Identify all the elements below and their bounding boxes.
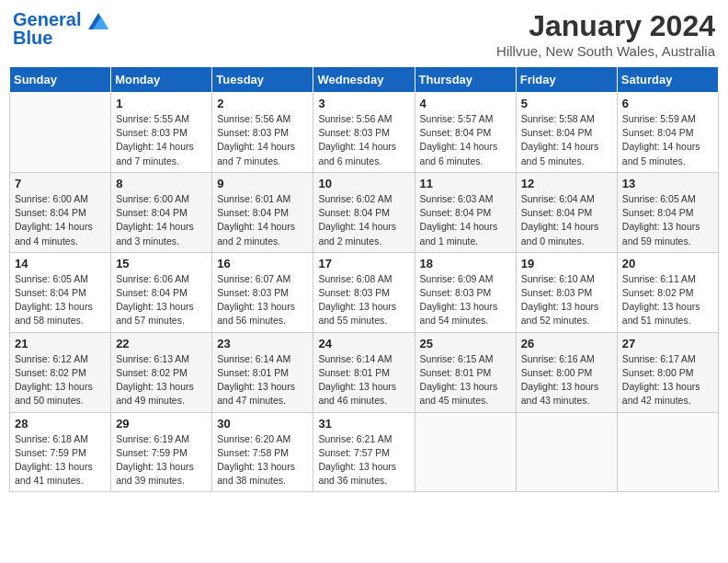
day-number: 2 [217, 97, 308, 110]
calendar-cell: 4Sunrise: 5:57 AMSunset: 8:04 PMDaylight… [415, 93, 516, 173]
calendar-week-row: 1Sunrise: 5:55 AMSunset: 8:03 PMDaylight… [10, 93, 719, 173]
calendar-cell: 1Sunrise: 5:55 AMSunset: 8:03 PMDaylight… [111, 93, 212, 173]
calendar-cell: 26Sunrise: 6:16 AMSunset: 8:00 PMDayligh… [516, 332, 617, 412]
calendar-cell: 15Sunrise: 6:06 AMSunset: 8:04 PMDayligh… [111, 252, 212, 332]
day-detail: Sunrise: 6:03 AMSunset: 8:04 PMDaylight:… [420, 192, 511, 248]
calendar-cell: 19Sunrise: 6:10 AMSunset: 8:03 PMDayligh… [516, 252, 617, 332]
calendar-cell: 6Sunrise: 5:59 AMSunset: 8:04 PMDaylight… [617, 93, 718, 173]
calendar-cell: 22Sunrise: 6:13 AMSunset: 8:02 PMDayligh… [111, 332, 212, 412]
calendar-cell: 18Sunrise: 6:09 AMSunset: 8:03 PMDayligh… [415, 252, 516, 332]
day-number: 12 [521, 177, 612, 190]
day-detail: Sunrise: 6:20 AMSunset: 7:58 PMDaylight:… [217, 432, 308, 488]
calendar-cell: 13Sunrise: 6:05 AMSunset: 8:04 PMDayligh… [617, 172, 718, 252]
day-detail: Sunrise: 6:17 AMSunset: 8:00 PMDaylight:… [622, 352, 713, 408]
month-title: January 2024 [496, 9, 715, 43]
day-of-week-header: Saturday [617, 67, 718, 93]
day-of-week-header: Sunday [10, 67, 111, 93]
logo-text: General [13, 9, 108, 29]
day-detail: Sunrise: 6:01 AMSunset: 8:04 PMDaylight:… [217, 192, 308, 248]
day-detail: Sunrise: 5:58 AMSunset: 8:04 PMDaylight:… [521, 112, 612, 168]
day-number: 1 [116, 97, 207, 110]
day-number: 16 [217, 257, 308, 270]
day-of-week-header: Tuesday [212, 67, 313, 93]
logo: General Blue [13, 9, 108, 48]
day-of-week-header: Thursday [415, 67, 516, 93]
calendar-cell: 21Sunrise: 6:12 AMSunset: 8:02 PMDayligh… [10, 332, 111, 412]
day-of-week-header: Monday [111, 67, 212, 93]
calendar-cell: 11Sunrise: 6:03 AMSunset: 8:04 PMDayligh… [415, 172, 516, 252]
day-detail: Sunrise: 5:56 AMSunset: 8:03 PMDaylight:… [318, 112, 409, 168]
calendar-cell: 28Sunrise: 6:18 AMSunset: 7:59 PMDayligh… [10, 412, 111, 492]
day-number: 7 [15, 177, 106, 190]
day-number: 8 [116, 177, 207, 190]
location-title: Hillvue, New South Wales, Australia [496, 43, 715, 59]
day-detail: Sunrise: 6:12 AMSunset: 8:02 PMDaylight:… [15, 352, 106, 408]
day-number: 25 [420, 337, 511, 350]
calendar-cell: 23Sunrise: 6:14 AMSunset: 8:01 PMDayligh… [212, 332, 313, 412]
day-detail: Sunrise: 6:02 AMSunset: 8:04 PMDaylight:… [318, 192, 409, 248]
day-number: 29 [116, 417, 207, 431]
day-number: 19 [521, 257, 612, 270]
calendar-cell: 25Sunrise: 6:15 AMSunset: 8:01 PMDayligh… [415, 332, 516, 412]
day-number: 18 [420, 257, 511, 270]
day-detail: Sunrise: 6:14 AMSunset: 8:01 PMDaylight:… [217, 352, 308, 408]
day-detail: Sunrise: 5:57 AMSunset: 8:04 PMDaylight:… [420, 112, 511, 168]
day-detail: Sunrise: 6:00 AMSunset: 8:04 PMDaylight:… [116, 192, 207, 248]
day-number: 23 [217, 337, 308, 350]
day-detail: Sunrise: 6:15 AMSunset: 8:01 PMDaylight:… [420, 352, 511, 408]
calendar-cell: 9Sunrise: 6:01 AMSunset: 8:04 PMDaylight… [212, 172, 313, 252]
calendar-cell: 20Sunrise: 6:11 AMSunset: 8:02 PMDayligh… [617, 252, 718, 332]
calendar-cell: 31Sunrise: 6:21 AMSunset: 7:57 PMDayligh… [313, 412, 415, 492]
day-of-week-header: Wednesday [313, 67, 415, 93]
day-number: 30 [217, 417, 308, 431]
day-detail: Sunrise: 6:10 AMSunset: 8:03 PMDaylight:… [521, 272, 612, 328]
day-detail: Sunrise: 6:11 AMSunset: 8:02 PMDaylight:… [622, 272, 713, 328]
day-detail: Sunrise: 6:05 AMSunset: 8:04 PMDaylight:… [15, 272, 106, 328]
day-detail: Sunrise: 5:56 AMSunset: 8:03 PMDaylight:… [217, 112, 308, 168]
day-detail: Sunrise: 6:18 AMSunset: 7:59 PMDaylight:… [15, 432, 106, 488]
logo-blue: Blue [13, 28, 108, 48]
calendar-header-row: SundayMondayTuesdayWednesdayThursdayFrid… [10, 67, 719, 93]
logo-icon [88, 13, 108, 29]
day-number: 15 [116, 257, 207, 270]
calendar-week-row: 21Sunrise: 6:12 AMSunset: 8:02 PMDayligh… [10, 332, 719, 412]
calendar-week-row: 7Sunrise: 6:00 AMSunset: 8:04 PMDaylight… [10, 172, 719, 252]
calendar-cell: 7Sunrise: 6:00 AMSunset: 8:04 PMDaylight… [10, 172, 111, 252]
calendar-week-row: 28Sunrise: 6:18 AMSunset: 7:59 PMDayligh… [10, 412, 719, 492]
calendar-cell: 5Sunrise: 5:58 AMSunset: 8:04 PMDaylight… [516, 93, 617, 173]
calendar-cell [617, 412, 718, 492]
calendar-cell: 2Sunrise: 5:56 AMSunset: 8:03 PMDaylight… [212, 93, 313, 173]
day-detail: Sunrise: 5:55 AMSunset: 8:03 PMDaylight:… [116, 112, 207, 168]
day-number: 4 [420, 97, 511, 110]
calendar-cell: 17Sunrise: 6:08 AMSunset: 8:03 PMDayligh… [313, 252, 415, 332]
calendar-week-row: 14Sunrise: 6:05 AMSunset: 8:04 PMDayligh… [10, 252, 719, 332]
calendar-cell [516, 412, 617, 492]
calendar-cell [415, 412, 516, 492]
day-detail: Sunrise: 6:21 AMSunset: 7:57 PMDaylight:… [318, 432, 409, 488]
day-detail: Sunrise: 6:16 AMSunset: 8:00 PMDaylight:… [521, 352, 612, 408]
day-number: 14 [15, 257, 106, 270]
day-detail: Sunrise: 6:05 AMSunset: 8:04 PMDaylight:… [622, 192, 713, 248]
calendar-cell: 8Sunrise: 6:00 AMSunset: 8:04 PMDaylight… [111, 172, 212, 252]
calendar-cell: 30Sunrise: 6:20 AMSunset: 7:58 PMDayligh… [212, 412, 313, 492]
day-detail: Sunrise: 6:04 AMSunset: 8:04 PMDaylight:… [521, 192, 612, 248]
calendar-cell: 29Sunrise: 6:19 AMSunset: 7:59 PMDayligh… [111, 412, 212, 492]
day-number: 21 [15, 337, 106, 350]
calendar-table: SundayMondayTuesdayWednesdayThursdayFrid… [9, 66, 719, 492]
day-detail: Sunrise: 5:59 AMSunset: 8:04 PMDaylight:… [622, 112, 713, 168]
calendar-cell: 14Sunrise: 6:05 AMSunset: 8:04 PMDayligh… [10, 252, 111, 332]
calendar-cell: 24Sunrise: 6:14 AMSunset: 8:01 PMDayligh… [313, 332, 415, 412]
logo-general: General [13, 9, 81, 29]
day-detail: Sunrise: 6:19 AMSunset: 7:59 PMDaylight:… [116, 432, 207, 488]
day-number: 22 [116, 337, 207, 350]
day-number: 28 [15, 417, 106, 431]
day-detail: Sunrise: 6:08 AMSunset: 8:03 PMDaylight:… [318, 272, 409, 328]
calendar-cell: 16Sunrise: 6:07 AMSunset: 8:03 PMDayligh… [212, 252, 313, 332]
day-number: 10 [318, 177, 409, 190]
calendar-cell: 3Sunrise: 5:56 AMSunset: 8:03 PMDaylight… [313, 93, 415, 173]
calendar-cell [10, 93, 111, 173]
title-block: January 2024 Hillvue, New South Wales, A… [496, 9, 715, 59]
calendar-cell: 12Sunrise: 6:04 AMSunset: 8:04 PMDayligh… [516, 172, 617, 252]
day-number: 11 [420, 177, 511, 190]
day-detail: Sunrise: 6:07 AMSunset: 8:03 PMDaylight:… [217, 272, 308, 328]
